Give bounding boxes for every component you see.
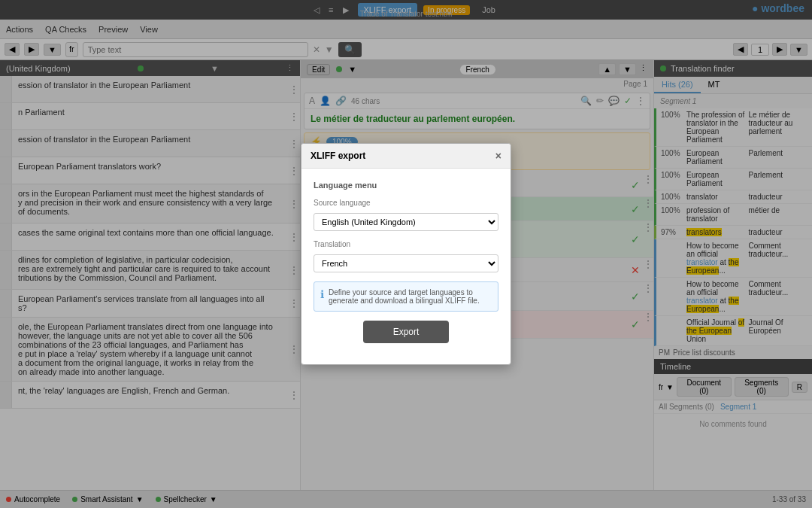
translation-label: Translation [314,240,498,248]
export-button[interactable]: Export [363,321,450,343]
modal-info-text: Define your source and target languages … [329,288,492,305]
translation-select[interactable]: French [314,254,498,272]
modal-footer: Export [314,321,498,352]
modal-overlay[interactable]: XLIFF export × Language menu Source lang… [0,0,812,508]
xliff-export-modal: XLIFF export × Language menu Source lang… [301,143,511,365]
modal-body: Language menu Source language English (U… [301,169,511,364]
modal-header: XLIFF export × [301,144,511,169]
modal-title: XLIFF export [311,151,365,161]
modal-info-box: ℹ Define your source and target language… [314,281,498,312]
info-icon: ℹ [320,288,324,305]
modal-close-button[interactable]: × [495,150,501,162]
source-language-label: Source language [314,199,498,207]
language-menu-label: Language menu [314,181,498,190]
source-language-select[interactable]: English (United Kingdom) [314,213,498,231]
